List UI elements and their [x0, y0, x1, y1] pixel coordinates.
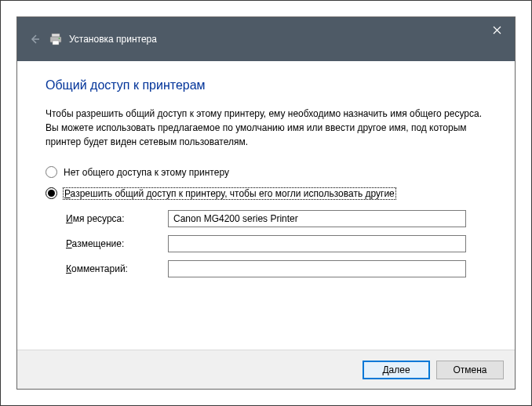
radio-share[interactable]: Разрешить общий доступ к принтеру, чтобы… — [46, 187, 486, 199]
titlebar: Установка принтера — [17, 17, 515, 61]
next-button[interactable]: Далее — [363, 361, 430, 379]
svg-point-4 — [59, 38, 60, 39]
row-comment: Комментарий: — [66, 260, 486, 277]
svg-rect-3 — [53, 41, 59, 45]
radio-no-share[interactable]: Нет общего доступа к этому принтеру — [46, 166, 486, 178]
cancel-button[interactable]: Отмена — [436, 361, 504, 379]
input-comment[interactable] — [168, 260, 466, 277]
row-share-name: Имя ресурса: — [66, 210, 486, 227]
label-comment: Комментарий: — [66, 263, 168, 274]
radio-share-label: Разрешить общий доступ к принтеру, чтобы… — [64, 188, 395, 199]
radio-no-share-input[interactable] — [46, 166, 57, 178]
radio-no-share-label: Нет общего доступа к этому принтеру — [64, 167, 229, 178]
printer-icon — [49, 32, 63, 46]
content-area: Общий доступ к принтерам Чтобы разрешить… — [17, 61, 515, 350]
dialog-window: Установка принтера Общий доступ к принте… — [16, 16, 516, 390]
intro-text: Чтобы разрешить общий доступ к этому при… — [46, 107, 486, 149]
row-location: Размещение: — [66, 235, 486, 252]
fields-group: Имя ресурса: Размещение: Комментарий: — [66, 210, 486, 277]
window-frame: Установка принтера Общий доступ к принте… — [0, 0, 532, 406]
close-button[interactable] — [479, 17, 515, 42]
input-share-name[interactable] — [168, 210, 466, 227]
page-heading: Общий доступ к принтерам — [46, 78, 486, 92]
input-location[interactable] — [168, 235, 466, 252]
footer: Далее Отмена — [17, 350, 515, 389]
svg-rect-1 — [52, 34, 60, 37]
label-share-name: Имя ресурса: — [66, 213, 168, 224]
label-location: Размещение: — [66, 238, 168, 249]
back-arrow-icon[interactable] — [25, 30, 44, 49]
radio-share-input[interactable] — [46, 187, 57, 199]
titlebar-title: Установка принтера — [69, 34, 157, 45]
